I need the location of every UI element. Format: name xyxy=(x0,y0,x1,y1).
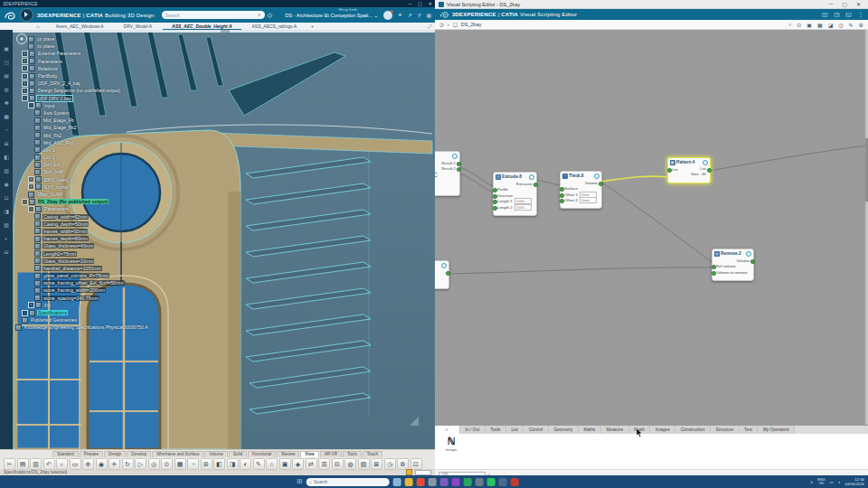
input-port[interactable] xyxy=(493,206,497,211)
action-bar-icon[interactable]: ⊟ xyxy=(332,458,344,470)
compass-icon[interactable]: Y xyxy=(418,13,421,18)
close-button[interactable]: ✕ xyxy=(856,1,861,7)
node-remove[interactable]: ◍ Remove.2 Volume Ref volume Volume to r… xyxy=(712,249,754,281)
action-bar-icon[interactable]: ↻ xyxy=(122,458,134,470)
action-bar-icon[interactable]: ◈ xyxy=(292,458,304,470)
taskbar-app-icon[interactable] xyxy=(404,478,412,486)
action-bar-icon[interactable]: ▣ xyxy=(279,458,291,470)
side-tool-icon[interactable]: ◐ xyxy=(4,236,10,242)
node-pattern[interactable]: ▦ Pattern.4 List ListSize : 40 xyxy=(667,157,711,183)
action-bar-tab[interactable]: Design xyxy=(104,451,126,458)
action-bar-icon[interactable]: ◷ xyxy=(384,458,396,470)
node-collapse-button[interactable] xyxy=(452,154,458,160)
action-bar-icon[interactable]: ⊕ xyxy=(82,458,94,470)
tree-expander[interactable]: + xyxy=(22,51,28,57)
maximize-button[interactable]: ▢ xyxy=(842,1,847,7)
node-collapse-button[interactable] xyxy=(594,174,600,180)
palette-search-tab[interactable]: ⌕ xyxy=(435,426,460,434)
taskbar-app-icon[interactable] xyxy=(392,478,401,486)
action-bar-tab[interactable]: Tools xyxy=(343,451,362,458)
action-bar-tab[interactable]: Prepare xyxy=(80,451,103,458)
action-bar-icon[interactable]: ◧ xyxy=(213,458,225,470)
action-bar-icon[interactable]: ▦ xyxy=(175,458,186,470)
tree-item[interactable]: + EXT_nurbs xyxy=(13,183,248,191)
document-tab[interactable]: ASS_AEC_Double_Height A xyxy=(163,23,241,30)
tree-item[interactable]: - Parameters xyxy=(13,205,248,212)
notifications-avatar-icon[interactable] xyxy=(383,11,392,20)
node-collapse-button[interactable] xyxy=(529,174,535,181)
header-icon[interactable]: ⋮ xyxy=(858,11,864,18)
palette-tab[interactable]: List xyxy=(506,426,524,434)
volume-icon[interactable]: ◖ xyxy=(838,480,841,484)
minimize-button[interactable]: ─ xyxy=(409,1,412,6)
tree-item[interactable]: stone_framing_offset_Ext_Surf=50mm xyxy=(13,279,248,286)
tree-item[interactable]: frames_depth=80mm xyxy=(13,235,248,242)
action-bar-icon[interactable]: ◎ xyxy=(148,458,160,470)
toolbar-icon[interactable]: ✎ xyxy=(849,22,854,28)
taskbar-app-icon[interactable] xyxy=(486,478,495,486)
expand-icon[interactable]: ⤢ xyxy=(428,23,431,30)
action-bar-icon[interactable]: ◉ xyxy=(96,458,108,470)
action-bar-icon[interactable]: ▭ xyxy=(70,458,81,470)
header-icon[interactable]: ◳ xyxy=(834,11,839,18)
taskbar-search-input[interactable]: ⌕ Search xyxy=(306,478,389,486)
tree-item[interactable]: Surf 2ndF xyxy=(13,168,248,175)
palette-tab[interactable]: Text xyxy=(740,426,759,434)
tree-expander[interactable]: + xyxy=(28,183,34,190)
side-tool-icon[interactable]: ▣ xyxy=(4,46,10,52)
globe-icon[interactable]: ◍ xyxy=(427,12,431,18)
tree-item[interactable]: Mid_Etage_Fb xyxy=(13,117,248,124)
tree-item[interactable]: + Relations xyxy=(13,65,248,72)
workspace-selector[interactable]: DS - Architecture Et Conception Spati...… xyxy=(286,13,378,18)
language-indicator[interactable]: ENGUK xyxy=(817,478,825,486)
tree-expander[interactable]: + xyxy=(22,65,28,71)
add-icon[interactable]: + xyxy=(398,11,402,19)
action-bar-icon[interactable]: ◨ xyxy=(227,458,239,470)
status-input[interactable] xyxy=(415,470,431,475)
taskbar-app-icon[interactable] xyxy=(428,478,436,486)
tree-item[interactable]: handrail_distance=1050mm xyxy=(13,265,248,272)
action-bar-icon[interactable]: ✎ xyxy=(253,458,265,470)
toolbar-icon[interactable]: ▦ xyxy=(817,22,823,28)
left-window-titlebar[interactable]: 3DEXPERIENCE ─ ▢ ✕ xyxy=(0,0,435,7)
start-button[interactable]: ⊞ xyxy=(297,475,303,488)
tree-item[interactable]: + Fill xyxy=(13,302,248,309)
action-bar-icon[interactable]: ⊙ xyxy=(161,458,173,470)
action-bar-tab[interactable]: View xyxy=(300,451,318,458)
action-bar-icon[interactable]: ◍ xyxy=(344,458,356,470)
taskbar-app-icon[interactable] xyxy=(498,478,506,486)
tree-item[interactable]: + UDF_DRV_2_4_bay xyxy=(13,80,248,87)
palette-tab[interactable]: Images xyxy=(650,426,675,434)
taskbar-app-icon[interactable] xyxy=(510,478,518,486)
global-search-input[interactable]: Search ⌕ xyxy=(162,11,265,19)
node-collapse-button[interactable] xyxy=(441,263,448,269)
toolbar-icon[interactable]: ⊙ xyxy=(797,22,801,28)
tree-expander[interactable]: + xyxy=(22,58,28,64)
maximize-button[interactable]: ▢ xyxy=(418,1,422,6)
node-extrude[interactable]: ◳ Extrude.8 Extrusion Profile Direction … xyxy=(493,172,537,216)
tree-item[interactable]: zx plane xyxy=(13,42,248,50)
toolbar-icon[interactable]: ◪ xyxy=(828,22,834,28)
tree-item[interactable]: + PartBody xyxy=(13,72,248,80)
tree-item[interactable]: Glass_thickness=10mm xyxy=(13,258,248,265)
toolbar-icon[interactable]: ▣ xyxy=(807,22,812,28)
taskbar-app-icon[interactable] xyxy=(463,478,471,486)
add-tab-button[interactable]: + xyxy=(311,23,314,29)
side-tool-icon[interactable]: ✚ xyxy=(4,100,10,107)
tree-item[interactable]: Glass_thickness=40mm xyxy=(13,242,248,249)
close-button[interactable]: ✕ xyxy=(429,1,432,6)
tree-item[interactable]: Knowledge Engineering Specifications Phy… xyxy=(13,324,248,331)
header-icon[interactable]: ◫ xyxy=(822,11,827,18)
share-icon[interactable]: ↗ xyxy=(408,12,412,18)
palette-tab[interactable]: Maths xyxy=(579,426,601,434)
taskbar-app-icon[interactable] xyxy=(451,478,459,486)
tree-item[interactable]: yz plane xyxy=(13,35,248,42)
output-port[interactable] xyxy=(457,167,461,172)
action-bar-tab[interactable]: AR-VR xyxy=(320,451,342,458)
tree-item[interactable]: - DS_2bay (No published output) xyxy=(13,198,248,205)
action-bar-icon[interactable]: ⊠ xyxy=(371,458,382,470)
viewport-splitter[interactable] xyxy=(13,30,435,33)
input-port[interactable] xyxy=(560,199,564,203)
side-tool-icon[interactable]: ◔ xyxy=(4,127,10,134)
tray-chevron-icon[interactable]: ∧ xyxy=(810,480,813,484)
